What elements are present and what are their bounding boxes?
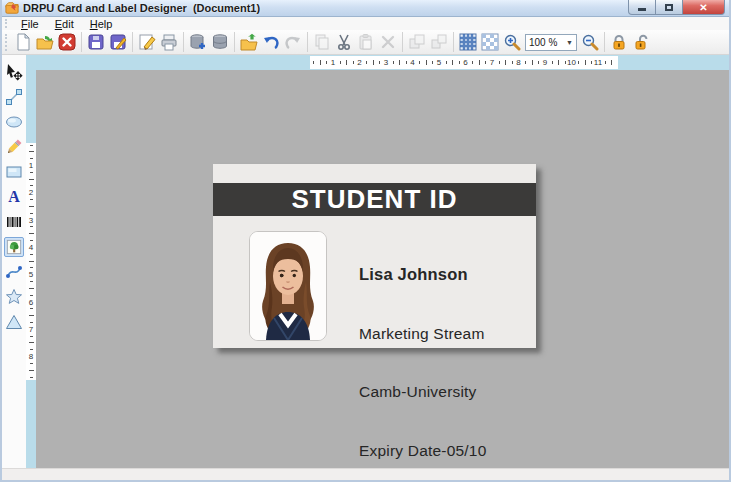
- paste-icon: [357, 33, 375, 51]
- ungroup-button[interactable]: [428, 31, 450, 53]
- toolbar-separator: [307, 32, 308, 52]
- add-database-icon: [189, 33, 207, 51]
- text-tool-glyph: A: [8, 189, 20, 205]
- card-text-block[interactable]: Lisa Johnson Marketing Stream Camb-Unive…: [359, 226, 486, 482]
- select-tool[interactable]: [4, 62, 24, 82]
- new-button[interactable]: [12, 31, 34, 53]
- maximize-button[interactable]: [656, 0, 683, 15]
- hide-grid-icon: [481, 33, 499, 51]
- ellipse-tool[interactable]: [4, 112, 24, 132]
- star-icon: [5, 288, 23, 306]
- chevron-down-icon: ▼: [566, 39, 573, 46]
- minimize-icon: [638, 8, 646, 11]
- print-icon: [160, 33, 178, 51]
- toolbar-separator: [604, 32, 605, 52]
- title-bar: DRPU Card and Label Designer (Document1)…: [2, 0, 729, 17]
- ungroup-icon: [430, 33, 448, 51]
- card-line-expiry: Expiry Date-05/10: [359, 441, 486, 461]
- save-icon: [87, 33, 105, 51]
- copy-button[interactable]: [311, 31, 333, 53]
- zoom-out-icon: [581, 33, 599, 51]
- triangle-icon: [5, 313, 23, 331]
- card-header-text: STUDENT ID: [292, 184, 458, 215]
- unlock-icon: [632, 33, 650, 51]
- toolbar-grip: [5, 34, 7, 51]
- toolbar-separator: [234, 32, 235, 52]
- undo-button[interactable]: [260, 31, 282, 53]
- text-tool[interactable]: A: [4, 187, 24, 207]
- menu-edit[interactable]: Edit: [47, 18, 82, 30]
- cut-button[interactable]: [333, 31, 355, 53]
- image-icon: [6, 239, 22, 255]
- triangle-tool[interactable]: [4, 312, 24, 332]
- zoom-in-button[interactable]: [501, 31, 523, 53]
- card-header-band[interactable]: STUDENT ID: [213, 183, 536, 216]
- pencil-tool[interactable]: [4, 137, 24, 157]
- zoom-in-icon: [503, 33, 521, 51]
- window-title: DRPU Card and Label Designer (Document1): [23, 2, 260, 14]
- lock-icon: [610, 33, 628, 51]
- close-icon: ✕: [699, 2, 707, 13]
- database-button[interactable]: [209, 31, 231, 53]
- print-button[interactable]: [158, 31, 180, 53]
- portrait-image: [250, 232, 326, 340]
- delete-icon: [379, 33, 397, 51]
- menu-help[interactable]: Help: [82, 18, 121, 30]
- ellipse-icon: [5, 113, 23, 131]
- save-as-icon: [109, 33, 127, 51]
- window-controls: ✕: [628, 0, 725, 15]
- lock-button[interactable]: [608, 31, 630, 53]
- cut-icon: [335, 33, 353, 51]
- new-document-icon: [14, 33, 32, 51]
- delete-button[interactable]: [377, 31, 399, 53]
- barcode-tool[interactable]: [4, 212, 24, 232]
- save-button[interactable]: [85, 31, 107, 53]
- horizontal-ruler: 1234567891011: [26, 55, 729, 70]
- image-tool[interactable]: [4, 237, 24, 257]
- vertical-ruler-scale: 12345678: [26, 143, 36, 380]
- zoom-level-value: 100 %: [529, 37, 557, 48]
- redo-button[interactable]: [282, 31, 304, 53]
- maximize-icon: [665, 4, 673, 11]
- toolbar-separator: [132, 32, 133, 52]
- close-document-icon: [58, 33, 76, 51]
- card-photo[interactable]: [249, 231, 327, 341]
- open-folder-icon: [36, 33, 54, 51]
- id-card[interactable]: STUDENT ID Lisa: [213, 164, 536, 348]
- open-button[interactable]: [34, 31, 56, 53]
- hide-grid-button[interactable]: [479, 31, 501, 53]
- paste-button[interactable]: [355, 31, 377, 53]
- add-database-button[interactable]: [187, 31, 209, 53]
- star-tool[interactable]: [4, 287, 24, 307]
- toolbar-separator: [402, 32, 403, 52]
- undo-icon: [262, 33, 280, 51]
- menu-bar: File Edit Help: [2, 17, 729, 30]
- edit-design-button[interactable]: [136, 31, 158, 53]
- save-as-button[interactable]: [107, 31, 129, 53]
- copy-icon: [313, 33, 331, 51]
- card-name: Lisa Johnson: [359, 265, 486, 285]
- close-document-button[interactable]: [56, 31, 78, 53]
- unlock-button[interactable]: [630, 31, 652, 53]
- minimize-button[interactable]: [628, 0, 656, 15]
- toolbar-separator: [81, 32, 82, 52]
- show-grid-button[interactable]: [457, 31, 479, 53]
- zoom-level-combobox[interactable]: 100 % ▼: [525, 34, 577, 51]
- toolbar: 100 % ▼: [2, 30, 729, 55]
- line-icon: [5, 88, 23, 106]
- line-tool[interactable]: [4, 87, 24, 107]
- export-button[interactable]: [238, 31, 260, 53]
- group-button[interactable]: [406, 31, 428, 53]
- export-folder-icon: [240, 33, 258, 51]
- app-window: DRPU Card and Label Designer (Document1)…: [0, 0, 731, 482]
- close-button[interactable]: ✕: [683, 0, 725, 15]
- menu-file[interactable]: File: [13, 18, 47, 30]
- zoom-out-button[interactable]: [579, 31, 601, 53]
- menu-grip: [5, 19, 7, 28]
- curve-tool[interactable]: [4, 262, 24, 282]
- rectangle-tool[interactable]: [4, 162, 24, 182]
- pencil-icon: [5, 138, 23, 156]
- horizontal-ruler-scale: 1234567891011: [310, 56, 618, 69]
- curve-icon: [5, 263, 23, 281]
- rectangle-icon: [5, 163, 23, 181]
